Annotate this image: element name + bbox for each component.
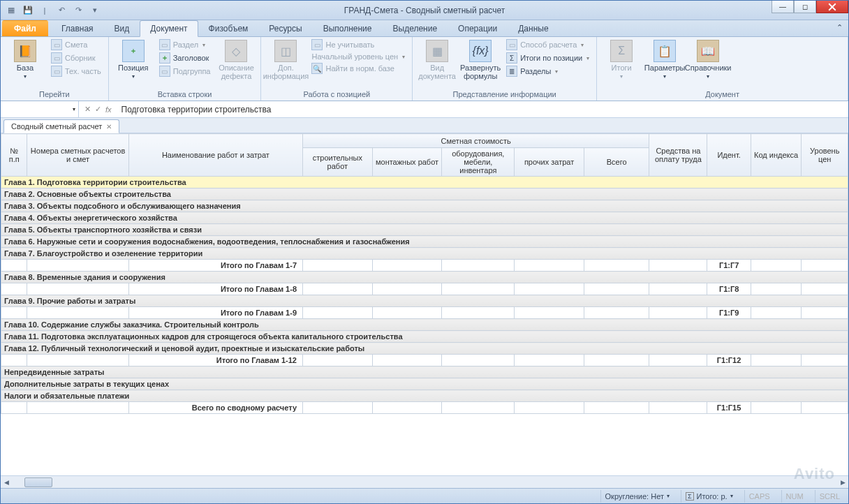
scroll-thumb[interactable] (24, 477, 52, 487)
horizontal-scrollbar[interactable]: ◀ ▶ (1, 475, 848, 488)
col-equip[interactable]: оборудования, мебели, инвентаря (442, 148, 515, 177)
ignore-button[interactable]: ▭Не учитывать (309, 38, 408, 51)
data-table[interactable]: № п.п Номера сметных расчетов и смет Наи… (1, 133, 848, 414)
sigma-icon: Σ (610, 40, 633, 62)
table-row[interactable]: Глава 10. Содержание службы заказчика. С… (1, 319, 848, 331)
table-row[interactable]: Глава 1. Подготовка территории строитель… (1, 177, 848, 188)
table-row[interactable]: Итого по Главам 1-8Г1:Г8 (1, 283, 848, 295)
table-row[interactable]: Налоги и обязательные платежи (1, 390, 848, 402)
refs-button[interactable]: 📖 Справочники ▾ (688, 38, 728, 81)
formula-bar: ▾ ✕ ✓ fx Подготовка территории строитель… (1, 101, 848, 118)
formula-input[interactable]: Подготовка территории строительства (117, 105, 848, 114)
docview-button[interactable]: ▦ Вид документа (417, 38, 457, 82)
defect-icon: ◇ (225, 40, 247, 62)
window-title: ГРАНД-Смета - Сводный сметный расчет (1, 6, 848, 15)
techpart-icon: ▭ (51, 66, 62, 77)
tab-file[interactable]: Файл (2, 20, 48, 36)
col-mount[interactable]: монтажных работ (372, 148, 442, 177)
sections-button[interactable]: ≣Разделы▾ (503, 65, 592, 77)
tab-physvol[interactable]: Физобъем (198, 20, 259, 36)
section-button[interactable]: ▭Раздел▾ (156, 38, 214, 51)
scroll-right-icon[interactable]: ▶ (837, 477, 848, 488)
fx-label: fx (105, 105, 112, 114)
position-button[interactable]: ＋ Позиция ▾ (113, 38, 154, 81)
qat-redo-icon[interactable]: ↷ (72, 4, 84, 17)
search-icon: 🔍 (311, 63, 323, 74)
base-icon: 📙 (14, 40, 36, 62)
table-row[interactable]: Глава 12. Публичный технологический и це… (1, 343, 848, 355)
cell-reference-box[interactable]: ▾ (1, 101, 79, 117)
defect-desc-button[interactable]: ◇ Описание дефекта (216, 38, 256, 82)
table-row[interactable]: Всего по сводному расчетуГ1:Г15 (1, 402, 848, 414)
tab-data[interactable]: Данные (508, 20, 559, 36)
col-index[interactable]: Код индекса (751, 134, 802, 177)
estimate-button[interactable]: ▭Смета (48, 38, 104, 51)
tab-document[interactable]: Документ (140, 20, 198, 37)
col-total[interactable]: Всего (584, 148, 649, 177)
table-row[interactable]: Глава 7. Благоустройство и озеленение те… (1, 248, 848, 260)
document-tab-close-icon[interactable]: ✕ (106, 123, 112, 131)
positiontotals-button[interactable]: ΣИтоги по позиции▾ (503, 52, 592, 64)
calcmethod-button[interactable]: ▭Способ расчета▾ (503, 38, 592, 51)
app-icon: ▦ (5, 4, 17, 17)
table-row[interactable]: Глава 4. Объекты энергетического хозяйст… (1, 212, 848, 224)
qat-save-icon[interactable]: 💾 (22, 4, 34, 17)
tab-resources[interactable]: Ресурсы (258, 20, 312, 36)
findnorm-button[interactable]: 🔍Найти в норм. базе (309, 62, 408, 75)
table-row[interactable]: Глава 5. Объекты транспортного хозяйства… (1, 224, 848, 236)
col-other[interactable]: прочих затрат (515, 148, 584, 177)
header-button[interactable]: ＋Заголовок (156, 52, 214, 64)
table-row[interactable]: Итого по Главам 1-12Г1:Г12 (1, 355, 848, 366)
ribbon-tabs: Файл Главная Вид Документ Физобъем Ресур… (1, 20, 848, 37)
table-row[interactable]: Непредвиденные затраты (1, 366, 848, 378)
col-cost-group[interactable]: Сметная стоимость (303, 134, 649, 148)
col-level[interactable]: Уровень цен (802, 134, 848, 177)
totals-button[interactable]: Σ Итоги ▾ (601, 38, 642, 81)
table-row[interactable]: Итого по Главам 1-7Г1:Г7 (1, 260, 848, 272)
tab-execution[interactable]: Выполнение (313, 20, 383, 36)
table-row[interactable]: Глава 11. Подготовка эксплуатационных ка… (1, 331, 848, 343)
status-bar: Округление: Нет▾ ΣИтого: р.▾ CAPS NUM SC… (1, 488, 848, 503)
expand-formulas-button[interactable]: {fx} Развернуть формулы (460, 38, 501, 82)
qat-dropdown-icon[interactable]: ▾ (89, 4, 101, 17)
table-row[interactable]: Глава 2. Основные объекты строительства (1, 188, 848, 200)
subgroup-button[interactable]: ▭Подгруппа (156, 65, 214, 77)
tab-selection[interactable]: Выделение (383, 20, 448, 36)
status-rounding[interactable]: Округление: Нет▾ (600, 490, 674, 503)
col-ident[interactable]: Идент. (707, 134, 751, 177)
subgroup-icon: ▭ (159, 66, 170, 77)
base-button[interactable]: 📙 База ▾ (5, 38, 45, 81)
col-build[interactable]: строительных работ (303, 148, 373, 177)
fx-accept-icon[interactable]: ✓ (95, 105, 101, 114)
params-button[interactable]: 📋 Параметры ▾ (644, 38, 685, 81)
table-row[interactable]: Глава 8. Временные здания и сооружения (1, 272, 848, 283)
fx-cancel-icon[interactable]: ✕ (84, 105, 91, 114)
table-row[interactable]: Глава 9. Прочие работы и затраты (1, 295, 848, 307)
tab-view[interactable]: Вид (104, 20, 140, 36)
tab-operations[interactable]: Операции (448, 20, 508, 36)
col-num[interactable]: № п.п (1, 134, 27, 177)
status-num: NUM (781, 490, 808, 503)
maximize-button[interactable]: ◻ (794, 1, 816, 13)
col-name[interactable]: Наименование работ и затрат (128, 134, 302, 177)
table-row[interactable]: Дополнительные затраты в текущих ценах (1, 378, 848, 390)
tab-main[interactable]: Главная (51, 20, 104, 36)
baseprice-button[interactable]: Начальный уровень цен▾ (309, 52, 408, 61)
table-row[interactable]: Глава 3. Объекты подсобного и обслуживаю… (1, 200, 848, 212)
qat-undo-icon[interactable]: ↶ (55, 4, 68, 17)
scroll-left-icon[interactable]: ◀ (1, 477, 12, 488)
grid-area: № п.п Номера сметных расчетов и смет Наи… (1, 133, 848, 488)
table-row[interactable]: Итого по Главам 1-9Г1:Г9 (1, 307, 848, 319)
techpart-button[interactable]: ▭Тех. часть (48, 65, 104, 77)
addinfo-button[interactable]: ◫ Доп. информация (265, 38, 306, 82)
ribbon-collapse-icon[interactable]: ⌃ (836, 23, 843, 32)
collection-button[interactable]: ▭Сборник (48, 52, 104, 64)
table-row[interactable]: Глава 6. Наружные сети и сооружения водо… (1, 236, 848, 248)
minimize-button[interactable]: — (772, 1, 794, 13)
col-labor[interactable]: Средства на оплату труда (649, 134, 707, 177)
status-sum[interactable]: ΣИтого: р.▾ (681, 490, 737, 503)
ribbon-group-position: ◫ Доп. информация ▭Не учитывать Начальны… (261, 37, 413, 101)
close-button[interactable] (816, 1, 848, 13)
col-estnum[interactable]: Номера сметных расчетов и смет (27, 134, 128, 177)
document-tab[interactable]: Сводный сметный расчет ✕ (3, 119, 119, 133)
